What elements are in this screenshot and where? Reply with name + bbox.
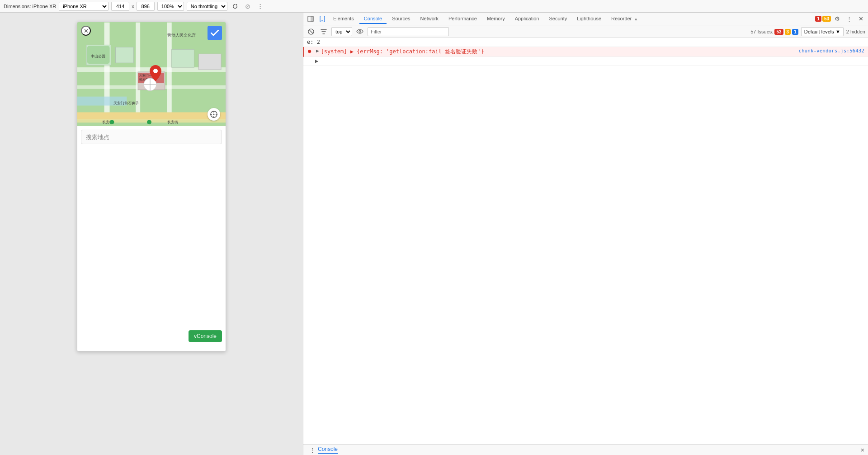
console-entry-2: ● ▶ [system] ▶ {errMsg: 'getlocation:fai…: [303, 47, 868, 57]
svg-text:天安门前石狮子: 天安门前石狮子: [113, 101, 139, 105]
tab-sources[interactable]: Sources: [387, 14, 415, 24]
devtools-header: Elements Console Sources Network Perform…: [303, 13, 868, 25]
throttle-selector[interactable]: No throttling: [187, 2, 227, 11]
dimensions-label: Dimensions: iPhone XR: [4, 4, 56, 9]
no-throttle-icon[interactable]: ⊘: [243, 1, 253, 11]
svg-rect-36: [311, 16, 313, 22]
map-pin: [150, 65, 161, 83]
x-sep: x: [131, 4, 135, 9]
svg-text:长安街: 长安街: [167, 120, 178, 124]
devtools-close-btn[interactable]: ✕: [855, 14, 866, 24]
console-arrow-2[interactable]: ▶: [316, 48, 319, 54]
error-icon: ●: [308, 48, 314, 54]
map-close-btn[interactable]: ✕: [81, 26, 91, 36]
device-selector[interactable]: iPhone XR: [59, 2, 108, 11]
tab-elements[interactable]: Elements: [329, 14, 359, 24]
map-crosshair-btn[interactable]: [208, 108, 220, 121]
devtools-dock-btn[interactable]: [305, 14, 316, 24]
svg-point-34: [213, 114, 215, 115]
warning-badge: 53: [822, 16, 831, 22]
console-error-text-2: [system] ▶ {errMsg: 'getlocation:fail 签名…: [321, 48, 484, 56]
console-text-1: e: 2: [307, 39, 864, 45]
error-badge: 1: [815, 16, 821, 22]
vconsole-button[interactable]: vConsole: [189, 330, 222, 342]
devtools-settings-btn[interactable]: ⚙: [832, 14, 843, 24]
default-levels-btn[interactable]: Default levels ▼: [801, 27, 844, 36]
device-frame: ✕: [77, 22, 226, 352]
devtools-more-btn[interactable]: ⋮: [844, 14, 854, 24]
console-bottom-label: Console: [318, 446, 338, 454]
hidden-count: 2 hidden: [846, 29, 865, 34]
left-panel: ✕: [0, 13, 303, 455]
issues-error-badge: 53: [774, 29, 783, 35]
width-input[interactable]: 414: [111, 2, 129, 11]
tab-performance[interactable]: Performance: [444, 14, 481, 24]
clear-console-btn[interactable]: [306, 27, 316, 37]
vconsole-label: vConsole: [194, 333, 217, 339]
device-content-area: vConsole: [77, 148, 226, 351]
dimension-x-label: 414 x 896: [111, 2, 155, 11]
svg-rect-12: [198, 54, 221, 70]
tab-security[interactable]: Security: [544, 14, 571, 24]
console-content: e: 2 ● ▶ [system] ▶ {errMsg: 'getlocatio…: [303, 38, 868, 444]
devtools-mobile-btn[interactable]: [317, 14, 328, 24]
console-entry-1: e: 2: [303, 38, 868, 47]
console-file-2[interactable]: chunk-vendors.js:56432: [798, 48, 864, 54]
svg-line-40: [309, 30, 313, 33]
tab-console[interactable]: Console: [359, 14, 387, 24]
svg-rect-2: [77, 119, 226, 122]
console-close-btn[interactable]: ×: [861, 446, 864, 454]
issues-warning-badge: 3: [785, 29, 791, 35]
filter-toggle-btn[interactable]: [319, 27, 329, 37]
devtools-panel: Elements Console Sources Network Perform…: [303, 13, 868, 455]
tab-lighthouse[interactable]: Lighthouse: [572, 14, 606, 24]
console-bottom: ⋮ Console ×: [303, 444, 868, 455]
map-confirm-btn[interactable]: [208, 26, 222, 40]
map-area: ✕: [77, 22, 226, 126]
svg-rect-9: [115, 47, 133, 63]
console-entry-3: ▶: [303, 57, 868, 66]
console-text-3: ▶: [315, 58, 318, 64]
issues-info-badge: 1: [792, 29, 798, 35]
tab-application[interactable]: Application: [510, 14, 544, 24]
height-input[interactable]: 896: [137, 2, 155, 11]
svg-point-28: [153, 69, 158, 73]
svg-point-24: [147, 120, 151, 124]
svg-text:劳动人民文化宫: 劳动人民文化宫: [167, 33, 196, 38]
tab-recorder[interactable]: Recorder ▲: [607, 14, 642, 24]
filter-input[interactable]: [368, 27, 449, 36]
console-bottom-menu-btn[interactable]: ⋮: [307, 445, 318, 455]
search-input[interactable]: [81, 130, 222, 144]
rotate-btn[interactable]: [230, 1, 240, 11]
issues-count: 57 Issues: 53 3 1: [750, 29, 798, 34]
svg-point-41: [359, 31, 361, 33]
console-toolbar: top 57 Issues: 53 3 1 Default levels ▼ 2…: [303, 25, 868, 38]
tab-network[interactable]: Network: [416, 14, 443, 24]
tab-memory[interactable]: Memory: [482, 14, 509, 24]
zoom-selector[interactable]: 100% 75% 50%: [157, 2, 184, 11]
svg-rect-1: [77, 112, 226, 119]
main-area: ✕: [0, 13, 868, 455]
top-toolbar: Dimensions: iPhone XR iPhone XR 414 x 89…: [0, 0, 868, 13]
eye-btn[interactable]: [355, 27, 365, 37]
search-area: [77, 126, 226, 148]
context-selector[interactable]: top: [331, 27, 352, 36]
more-btn[interactable]: ⋮: [255, 1, 265, 11]
svg-rect-11: [172, 49, 194, 67]
svg-text:中山公园: 中山公园: [91, 54, 105, 58]
svg-point-23: [110, 120, 114, 124]
